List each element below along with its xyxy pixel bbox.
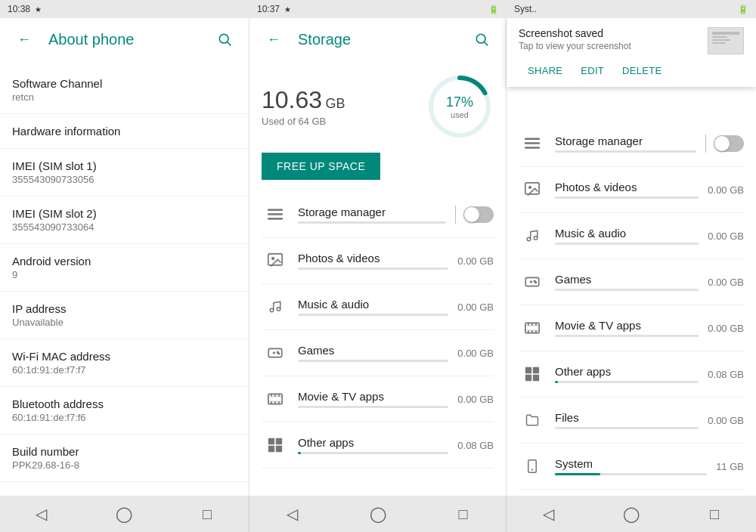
bottom-nav-storage: ◁ ◯ □	[249, 496, 507, 532]
right-system-bar	[555, 473, 707, 475]
storage-item-photos[interactable]: Photos & videos 0.00 GB	[262, 238, 494, 284]
storage-back-nav-button[interactable]: ◁	[277, 499, 308, 529]
battery-icon-2: 🔋	[488, 5, 499, 14]
right-toggle-knob	[714, 136, 730, 151]
right-games-icon	[519, 268, 546, 295]
other-apps-icon	[262, 431, 289, 459]
right-recent-nav-button[interactable]: □	[699, 499, 730, 529]
status-bar-left: 10:38 ★	[0, 4, 249, 14]
right-storage-item-music[interactable]: Music & audio 0.00 GB	[519, 213, 744, 259]
about-item-value: 9	[12, 269, 237, 280]
music-size: 0.00 GB	[457, 302, 494, 313]
right-home-nav-button[interactable]: ◯	[616, 499, 646, 529]
status-app-name: Syst..	[514, 4, 537, 14]
games-info: Games	[298, 344, 448, 362]
status-bar: 10:38 ★ 10:37 ★ 🔋 Syst.. 🔋	[0, 0, 756, 18]
right-system-info: System	[555, 457, 707, 475]
right-storage-item-other-apps[interactable]: Other apps 0.08 GB	[519, 351, 744, 397]
movies-icon	[262, 385, 289, 413]
svg-rect-57	[525, 367, 531, 373]
svg-point-12	[277, 308, 280, 311]
svg-point-11	[270, 308, 274, 312]
svg-rect-35	[712, 42, 726, 44]
about-item-title: Hardware information	[12, 125, 237, 138]
right-photos-icon	[519, 176, 546, 203]
right-back-nav-button[interactable]: ◁	[533, 499, 563, 529]
about-item-android[interactable]: Android version 9	[0, 244, 249, 292]
about-item-ip[interactable]: IP address Unavailable	[0, 292, 249, 339]
right-manager-bar	[555, 150, 696, 153]
svg-rect-9	[268, 254, 282, 265]
right-storage-item-system[interactable]: System 11 GB	[519, 444, 744, 490]
right-movies-info: Movie & TV apps	[555, 319, 699, 337]
storage-item-movies[interactable]: Movie & TV apps 0.00 GB	[262, 376, 494, 422]
about-item-hardware-info[interactable]: Hardware information	[0, 114, 249, 149]
games-icon	[262, 339, 289, 367]
svg-rect-26	[278, 401, 280, 404]
storage-manager-info: Storage manager	[298, 206, 446, 224]
about-item-title: IP address	[12, 302, 237, 315]
about-item-value: PPK29.68-16-8	[12, 459, 237, 471]
screenshot-popup[interactable]: Screenshot saved Tap to view your screen…	[507, 18, 756, 87]
storage-toolbar: ← Storage	[249, 18, 506, 60]
right-storage-item-files[interactable]: Files 0.00 GB	[519, 397, 744, 444]
storage-manager-toggle[interactable]	[463, 206, 494, 223]
storage-circle-used-label: used	[446, 110, 473, 119]
svg-point-47	[535, 282, 537, 283]
svg-rect-38	[525, 147, 540, 149]
storage-title: Storage	[298, 31, 469, 48]
storage-search-button[interactable]	[469, 27, 494, 51]
right-storage-item-photos[interactable]: Photos & videos 0.00 GB	[519, 167, 744, 213]
right-files-name: Files	[555, 411, 699, 424]
games-name: Games	[298, 344, 448, 357]
right-system-size: 11 GB	[716, 461, 744, 472]
storage-item-other-apps[interactable]: Other apps 0.08 GB	[262, 422, 494, 469]
about-home-nav-button[interactable]: ◯	[109, 499, 139, 529]
about-item-build[interactable]: Build number PPK29.68-16-8	[0, 435, 249, 482]
about-item-title: Bluetooth address	[12, 397, 237, 410]
photos-size: 0.00 GB	[457, 255, 494, 267]
about-item-value: 60:1d:91:de:f7:f6	[12, 412, 237, 423]
about-title: About phone	[48, 31, 212, 48]
right-storage-item-games[interactable]: Games 0.00 GB	[519, 259, 744, 305]
storage-item-games[interactable]: Games 0.00 GB	[262, 330, 494, 376]
about-back-button[interactable]: ←	[12, 27, 36, 51]
right-files-size: 0.00 GB	[708, 415, 744, 426]
storage-home-nav-button[interactable]: ◯	[363, 499, 393, 529]
storage-recent-nav-button[interactable]: □	[448, 499, 479, 529]
status-time-1: 10:38	[8, 4, 30, 14]
storage-item-music[interactable]: Music & audio 0.00 GB	[262, 284, 494, 330]
about-item-software-channel[interactable]: Software Channel retcn	[0, 66, 249, 114]
svg-rect-30	[276, 446, 282, 452]
screenshot-delete-button[interactable]: DELETE	[613, 60, 671, 81]
svg-rect-39	[525, 183, 539, 194]
right-storage-item-movies[interactable]: Movie & TV apps 0.00 GB	[519, 305, 744, 351]
right-manager-toggle[interactable]	[714, 135, 744, 152]
bottom-nav-about: ◁ ◯ □	[0, 496, 249, 532]
about-search-button[interactable]	[212, 27, 237, 51]
other-apps-info: Other apps	[298, 436, 448, 454]
status-bar-right: Syst.. 🔋	[507, 4, 756, 14]
free-up-space-button[interactable]: FREE UP SPACE	[262, 153, 380, 180]
about-item-value: 60:1d:91:de:f7:f7	[12, 364, 237, 376]
storage-header: 10.63 GB Used of 64 GB 17% used	[262, 73, 494, 141]
movies-info: Movie & TV apps	[298, 390, 448, 408]
screenshot-share-button[interactable]: SHARE	[519, 60, 572, 81]
svg-rect-7	[268, 213, 283, 215]
about-back-nav-button[interactable]: ◁	[26, 499, 57, 529]
bottom-nav-right: ◁ ◯ □	[507, 496, 756, 532]
about-recent-nav-button[interactable]: □	[192, 499, 222, 529]
about-item-bluetooth[interactable]: Bluetooth address 60:1d:91:de:f7:f6	[0, 387, 249, 435]
about-item-value: 355543090733064	[12, 221, 237, 233]
about-item-title: Wi-Fi MAC address	[12, 350, 237, 363]
right-other-apps-size: 0.08 GB	[708, 369, 744, 380]
right-movies-name: Movie & TV apps	[555, 319, 699, 332]
right-movies-size: 0.00 GB	[708, 323, 744, 334]
screenshot-edit-button[interactable]: EDIT	[572, 60, 613, 81]
storage-back-button[interactable]: ←	[262, 27, 286, 51]
svg-rect-23	[278, 394, 280, 396]
about-item-imei2[interactable]: IMEI (SIM slot 2) 355543090733064	[0, 196, 249, 244]
right-system-icon	[519, 453, 546, 480]
about-item-imei1[interactable]: IMEI (SIM slot 1) 355543090733056	[0, 149, 249, 196]
about-item-wifi-mac[interactable]: Wi-Fi MAC address 60:1d:91:de:f7:f7	[0, 339, 249, 387]
